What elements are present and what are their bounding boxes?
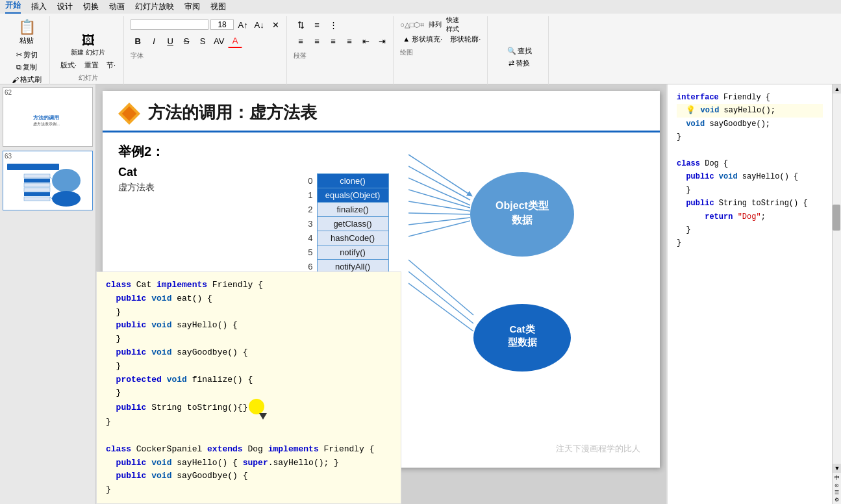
table-row: 1equals(Object) xyxy=(245,188,388,202)
watermark: 注天下漫画程学的比人 xyxy=(556,443,640,455)
scroll-down-arrow[interactable]: ▼ xyxy=(833,464,841,473)
tab-insert[interactable]: 插入 xyxy=(31,1,47,12)
svg-point-2 xyxy=(52,169,81,192)
italic-button[interactable]: I xyxy=(147,34,161,48)
tab-home[interactable]: 开始 xyxy=(5,0,21,14)
table-row: 2finalize() xyxy=(245,202,388,216)
arrange-button[interactable]: 排列 xyxy=(428,18,442,32)
svg-line-24 xyxy=(408,201,470,211)
font-spacing-button[interactable]: AV xyxy=(212,34,226,48)
slide-title: 方法的调用：虚方法表 xyxy=(148,101,317,124)
align-center-button[interactable]: ≡ xyxy=(310,34,324,48)
quick-styles-button[interactable]: 快速样式 xyxy=(446,18,460,32)
svg-rect-8 xyxy=(24,192,50,196)
tab-animation[interactable]: 动画 xyxy=(109,1,125,12)
table-row: 0clone() xyxy=(245,173,388,188)
svg-rect-4 xyxy=(24,174,50,178)
align-left-button[interactable]: ≡ xyxy=(294,34,308,48)
reset-button[interactable]: 重置 xyxy=(82,60,101,71)
svg-line-22 xyxy=(408,178,470,205)
font-size-input[interactable] xyxy=(210,19,234,30)
main-area: 62 方法的调用 虚方法表示例... 63 xyxy=(0,84,841,504)
diagram-area: Object类型 数据 Cat类 型数据 xyxy=(408,143,590,390)
align-right-button[interactable]: ≡ xyxy=(326,34,340,48)
shape-fill-button[interactable]: ▲ 形状填充· xyxy=(400,34,445,45)
replace-button[interactable]: ⇄替换 xyxy=(506,58,533,69)
font-name-input[interactable] xyxy=(131,19,208,30)
slide-panel: 62 方法的调用 虚方法表示例... 63 xyxy=(0,84,96,504)
svg-rect-9 xyxy=(24,197,50,201)
svg-point-3 xyxy=(52,191,81,207)
decrease-font-button[interactable]: A↓ xyxy=(252,18,266,32)
tab-review[interactable]: 审阅 xyxy=(184,1,200,12)
layout-button[interactable]: 版式· xyxy=(58,60,79,71)
copy-button[interactable]: ⧉复制 xyxy=(14,62,40,73)
clear-format-button[interactable]: ✕ xyxy=(268,18,282,32)
slide-thumb-63[interactable]: 63 xyxy=(3,151,93,210)
svg-text:数据: 数据 xyxy=(511,214,533,225)
tab-slideshow[interactable]: 幻灯片放映 xyxy=(135,1,174,12)
diagram-svg: Object类型 数据 Cat类 型数据 xyxy=(408,143,590,390)
strikethrough-button[interactable]: S xyxy=(179,34,194,48)
shadow-button[interactable]: S xyxy=(195,34,210,48)
slide-area: 方法的调用：虚方法表 举例2： Cat 虚方法表 0clone()1equals… xyxy=(96,84,666,504)
svg-text:Cat类: Cat类 xyxy=(509,323,535,334)
virtual-table-label: 虚方法表 xyxy=(118,182,235,194)
scroll-thumb[interactable] xyxy=(833,205,840,231)
text-direction-button[interactable]: ⇅ xyxy=(294,18,308,32)
svg-text:型数据: 型数据 xyxy=(507,336,537,347)
toolbar-tabs: 开始 插入 设计 切换 动画 幻灯片放映 审阅 视图 xyxy=(0,0,841,14)
slide-title-bar: 方法的调用：虚方法表 xyxy=(103,91,660,132)
table-row: 4hashCode() xyxy=(245,231,388,245)
diamond-icon xyxy=(118,103,139,123)
format-painter-button[interactable]: 🖌格式刷 xyxy=(9,74,44,85)
svg-rect-6 xyxy=(24,183,50,187)
svg-rect-1 xyxy=(7,164,59,170)
tab-view[interactable]: 视图 xyxy=(210,1,226,12)
tab-design[interactable]: 设计 xyxy=(57,1,73,12)
code-overlay: class Cat implements Friendly { public v… xyxy=(96,271,401,504)
section-button[interactable]: 节· xyxy=(104,60,118,71)
justify-button[interactable]: ≡ xyxy=(342,34,357,48)
indent-decrease-button[interactable]: ⇤ xyxy=(358,34,373,48)
cat-label: Cat xyxy=(118,166,235,179)
svg-line-23 xyxy=(408,190,470,208)
cut-button[interactable]: ✂剪切 xyxy=(14,49,40,60)
scroll-up-arrow[interactable]: ▲ xyxy=(833,84,841,94)
align-text-button[interactable]: ≡ xyxy=(310,18,324,32)
example-label: 举例2： xyxy=(118,143,235,160)
table-row: 3getClass() xyxy=(245,216,388,231)
increase-font-button[interactable]: A↑ xyxy=(236,18,250,32)
tab-transition[interactable]: 切换 xyxy=(83,1,99,12)
toolbar: 开始 插入 设计 切换 动画 幻灯片放映 审阅 视图 📋 粘贴 ✂剪切 xyxy=(0,0,841,84)
svg-rect-5 xyxy=(24,179,50,183)
font-color-button[interactable]: A xyxy=(228,34,242,48)
svg-line-29 xyxy=(408,271,473,323)
right-code-content: interface Friendly { 💡 void sayHello(); … xyxy=(677,91,823,250)
right-scrollbar[interactable]: ▲ ▼ 中 ⊙ ☰ ⚙ xyxy=(832,84,841,504)
svg-line-25 xyxy=(408,213,470,214)
scroll-track[interactable] xyxy=(833,94,841,464)
table-row: 5notify() xyxy=(245,245,388,259)
slide-thumb-62[interactable]: 62 方法的调用 虚方法表示例... xyxy=(3,87,93,147)
paste-button[interactable]: 📋 粘贴 xyxy=(16,18,38,47)
svg-rect-7 xyxy=(24,188,50,192)
shape-outline-button[interactable]: 形状轮廓· xyxy=(447,34,483,45)
find-button[interactable]: 🔍查找 xyxy=(505,45,534,57)
slide-preview-63 xyxy=(5,161,89,208)
indent-increase-button[interactable]: ⇥ xyxy=(375,34,389,48)
underline-button[interactable]: U xyxy=(163,34,177,48)
new-slide-button[interactable]: 🖼 新建 幻灯片 xyxy=(68,32,108,58)
slide-preview-62: 方法的调用 虚方法表示例... xyxy=(5,97,89,145)
svg-text:Object类型: Object类型 xyxy=(496,200,549,211)
svg-line-20 xyxy=(408,155,470,195)
right-code-panel: interface Friendly { 💡 void sayHello(); … xyxy=(666,84,832,504)
bold-button[interactable]: B xyxy=(131,34,145,48)
convert-smartart-button[interactable]: ⋮ xyxy=(326,18,340,32)
svg-line-21 xyxy=(408,166,470,200)
